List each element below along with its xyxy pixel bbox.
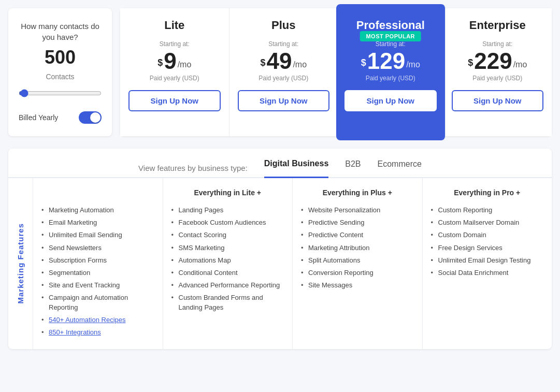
billed-label: Billed Yearly [19, 113, 58, 122]
list-item: Conversion Reporting [301, 267, 414, 279]
list-item: Site and Event Tracking [41, 279, 154, 292]
price-mo-enterprise: /mo [513, 60, 527, 69]
toggle-knob [90, 112, 100, 123]
list-item: 850+ Integrations [41, 326, 154, 339]
price-mo-lite: /mo [178, 60, 192, 69]
price-dollar-professional: $ [361, 57, 366, 68]
price-row-lite: $ 9 /mo [128, 50, 221, 72]
price-row-enterprise: $ 229 /mo [452, 50, 544, 72]
price-row-plus: $ 49 /mo [238, 50, 330, 72]
contacts-slider[interactable] [19, 89, 102, 97]
tabs-label: View features by business type: [138, 164, 248, 172]
tab-b2b[interactable]: B2B [345, 159, 361, 178]
price-main-professional: 129 [367, 50, 405, 72]
price-main-lite: 9 [164, 50, 176, 72]
feature-col-header-plus: Everything in Lite + [171, 188, 284, 197]
feature-list-professional: Website Personalization Predictive Sendi… [301, 204, 414, 292]
list-item: SMS Marketing [171, 242, 284, 254]
feature-col-label: Marketing Features [8, 178, 33, 349]
list-item: Website Personalization [301, 204, 414, 216]
list-item: Automations Map [171, 254, 284, 267]
list-item: Facebook Custom Audiences [171, 216, 284, 229]
list-item: Custom Domain [431, 229, 544, 241]
list-item: Unlimited Email Sending [41, 229, 154, 241]
price-mo-professional: /mo [406, 60, 420, 69]
contacts-question: How many contacts do you have? [19, 21, 102, 42]
plan-card-lite: Lite Starting at: $ 9 /mo Paid yearly (U… [120, 8, 229, 136]
most-popular-badge: MOST POPULAR [360, 31, 421, 41]
list-item: Marketing Attribution [301, 242, 414, 254]
paid-yearly-professional: Paid yearly (USD) [344, 75, 437, 82]
list-item: Split Automations [301, 254, 414, 267]
list-item: Conditional Content [171, 267, 284, 279]
starting-at-lite: Starting at: [128, 40, 221, 48]
feature-col-lite: Marketing Automation Email Marketing Unl… [33, 178, 163, 349]
list-item: Predictive Sending [301, 216, 414, 229]
list-item: 540+ Automation Recipes [41, 314, 154, 326]
price-main-plus: 49 [266, 50, 292, 72]
list-item: Email Marketing [41, 216, 154, 229]
list-item: Marketing Automation [41, 204, 154, 216]
list-item: Unlimited Email Design Testing [431, 254, 544, 267]
feature-col-plus: Everything in Lite + Landing Pages Faceb… [163, 178, 293, 349]
tabs-bar: View features by business type: Digital … [8, 149, 552, 178]
list-item: Custom Branded Forms and Landing Pages [171, 292, 284, 313]
features-section: View features by business type: Digital … [8, 149, 552, 349]
plan-name-enterprise: Enterprise [452, 19, 544, 32]
list-item: Predictive Content [301, 229, 414, 241]
feature-col-professional: Everything in Plus + Website Personaliza… [293, 178, 423, 349]
billed-toggle[interactable] [79, 111, 102, 124]
integrations-link[interactable]: 850+ Integrations [49, 328, 101, 336]
paid-yearly-lite: Paid yearly (USD) [128, 75, 221, 82]
feature-col-enterprise: Everything in Pro + Custom Reporting Cus… [423, 178, 552, 349]
price-main-enterprise: 229 [474, 50, 512, 72]
list-item: Landing Pages [171, 204, 284, 216]
list-item: Segmentation [41, 267, 154, 279]
paid-yearly-enterprise: Paid yearly (USD) [452, 75, 544, 82]
starting-at-enterprise: Starting at: [452, 40, 544, 48]
billed-row: Billed Yearly [19, 111, 102, 124]
signup-button-professional[interactable]: Sign Up Now [344, 90, 437, 111]
list-item: Subscription Forms [41, 254, 154, 267]
starting-at-plus: Starting at: [238, 40, 330, 48]
list-item: Site Messages [301, 279, 414, 292]
price-dollar-enterprise: $ [468, 57, 473, 68]
contacts-slider-container [19, 89, 102, 99]
starting-at-professional: Starting at: [344, 40, 437, 48]
list-item: Contact Scoring [171, 229, 284, 241]
marketing-features-label: Marketing Features [16, 223, 25, 304]
plan-name-lite: Lite [128, 19, 221, 32]
plan-name-plus: Plus [238, 19, 330, 32]
list-item: Campaign and Automation Reporting [41, 292, 154, 313]
tab-digital-business[interactable]: Digital Business [264, 159, 328, 178]
features-grid: Marketing Features Marketing Automation … [8, 178, 552, 349]
feature-list-plus: Landing Pages Facebook Custom Audiences … [171, 204, 284, 314]
plan-name-professional: Professional [344, 19, 437, 32]
signup-button-enterprise[interactable]: Sign Up Now [452, 90, 544, 111]
list-item: Free Design Services [431, 242, 544, 254]
price-mo-plus: /mo [293, 60, 307, 69]
list-item: Custom Reporting [431, 204, 544, 216]
price-dollar-lite: $ [157, 57, 163, 68]
automation-recipes-link[interactable]: 540+ Automation Recipes [49, 316, 126, 324]
paid-yearly-plus: Paid yearly (USD) [238, 75, 330, 82]
contacts-label: Contacts [46, 72, 74, 81]
list-item: Advanced Performance Reporting [171, 279, 284, 292]
signup-button-plus[interactable]: Sign Up Now [238, 90, 330, 111]
plan-card-enterprise: Enterprise Starting at: $ 229 /mo Paid y… [443, 8, 552, 136]
plans-grid: Lite Starting at: $ 9 /mo Paid yearly (U… [120, 8, 552, 136]
list-item: Send Newsletters [41, 242, 154, 254]
list-item: Custom Mailserver Domain [431, 216, 544, 229]
feature-list-enterprise: Custom Reporting Custom Mailserver Domai… [431, 204, 544, 279]
price-row-professional: $ 129 /mo [344, 50, 437, 72]
price-dollar-plus: $ [260, 57, 265, 68]
feature-columns: Marketing Automation Email Marketing Unl… [33, 178, 552, 349]
tab-ecommerce[interactable]: Ecommerce [378, 159, 422, 178]
contacts-number: 500 [45, 47, 76, 68]
signup-button-lite[interactable]: Sign Up Now [128, 90, 221, 111]
plan-card-professional: Professional MOST POPULAR Starting at: $… [336, 4, 446, 140]
feature-col-header-enterprise: Everything in Pro + [431, 188, 544, 197]
plan-card-plus: Plus Starting at: $ 49 /mo Paid yearly (… [229, 8, 339, 136]
feature-col-header-lite [41, 188, 154, 197]
list-item: Social Data Enrichment [431, 267, 544, 279]
